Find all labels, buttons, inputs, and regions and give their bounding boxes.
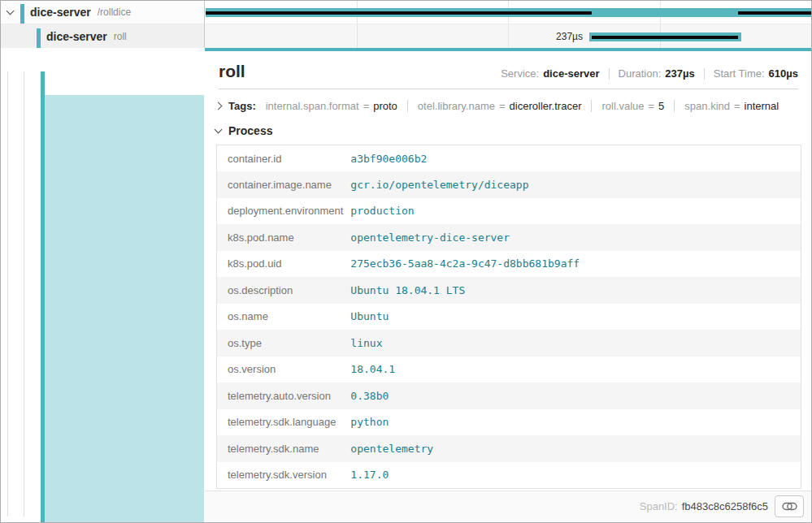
tag-item: otel.library.name = diceroller.tracer bbox=[407, 100, 582, 112]
service-name: dice-server bbox=[30, 6, 91, 19]
indent-guide bbox=[7, 71, 8, 517]
tag-item: internal.span.format = proto bbox=[266, 100, 397, 112]
start-time-label: Start Time: bbox=[714, 67, 765, 80]
process-kv-table: container.id a3bf90e006b2 container.imag… bbox=[216, 145, 801, 489]
table-row: telemetry.auto.version 0.38b0 bbox=[217, 383, 801, 409]
span-row-roll[interactable]: dice-server roll 237µs bbox=[1, 24, 811, 48]
process-value: 1.17.0 bbox=[348, 462, 801, 489]
critical-path-segment bbox=[738, 11, 811, 15]
process-key: os.name bbox=[217, 304, 349, 331]
span-row-label[interactable]: dice-server roll bbox=[1, 24, 205, 48]
table-row: k8s.pod.uid 275ecb36-5aa8-4c2a-9c47-d8bb… bbox=[217, 251, 801, 278]
span-title: roll bbox=[219, 62, 245, 81]
collapse-chevron-icon[interactable] bbox=[7, 7, 15, 15]
operation-name: /rolldice bbox=[98, 6, 131, 18]
service-label: Service: bbox=[501, 67, 539, 80]
tag-value: 5 bbox=[658, 100, 664, 112]
tags-label: Tags: bbox=[228, 100, 256, 112]
tag-equals: = bbox=[499, 100, 506, 112]
process-value: production bbox=[348, 198, 801, 225]
process-label: Process bbox=[228, 124, 272, 137]
tag-equals: = bbox=[734, 100, 740, 112]
start-time-value: 610µs bbox=[769, 67, 798, 80]
span-track: 237µs bbox=[205, 24, 811, 48]
duration-value: 237µs bbox=[665, 67, 694, 80]
process-key: os.description bbox=[217, 277, 349, 304]
process-value: opentelemetry-dice-server bbox=[348, 224, 801, 251]
table-row: telemetry.sdk.version 1.17.0 bbox=[217, 462, 801, 489]
grid-line bbox=[357, 24, 358, 48]
table-row: container.image.name gcr.io/opentelemetr… bbox=[217, 171, 801, 198]
process-key: os.type bbox=[217, 330, 349, 357]
process-accordion[interactable]: Process bbox=[215, 124, 798, 137]
process-key: telemetry.auto.version bbox=[217, 383, 349, 409]
process-value: 18.04.1 bbox=[348, 357, 801, 383]
process-value: gcr.io/opentelemetry/diceapp bbox=[348, 171, 801, 198]
tag-key: roll.value bbox=[601, 100, 644, 112]
process-key: deployment.environment bbox=[217, 198, 349, 225]
span-track bbox=[205, 1, 811, 24]
operation-name: roll bbox=[114, 31, 127, 42]
process-key: container.image.name bbox=[217, 171, 349, 198]
span-bar-rolldice[interactable] bbox=[206, 8, 811, 17]
process-value: linux bbox=[348, 330, 801, 357]
span-detail-footer: SpanID: fb483c8c6258f6c5 bbox=[205, 491, 811, 521]
service-color-bar bbox=[20, 4, 24, 24]
tag-value: internal bbox=[745, 100, 779, 112]
tag-equals: = bbox=[363, 100, 370, 112]
table-row: os.type linux bbox=[217, 330, 801, 357]
span-row-rolldice[interactable]: dice-server /rolldice bbox=[1, 1, 811, 24]
table-row: os.name Ubuntu bbox=[217, 304, 801, 331]
indent-guide bbox=[24, 71, 24, 517]
tags-accordion[interactable]: Tags: internal.span.format = proto otel.… bbox=[215, 100, 798, 112]
divider bbox=[219, 89, 798, 89]
tag-value: proto bbox=[373, 100, 397, 112]
table-row: telemetry.sdk.name opentelemetry bbox=[217, 435, 801, 462]
span-row-label[interactable]: dice-server /rolldice bbox=[1, 1, 205, 24]
process-value: Ubuntu 18.04.1 LTS bbox=[348, 277, 801, 304]
table-row: k8s.pod.name opentelemetry-dice-server bbox=[217, 224, 801, 251]
process-key: telemetry.sdk.name bbox=[217, 435, 349, 462]
divider bbox=[609, 68, 610, 80]
duration-label: Duration: bbox=[619, 67, 662, 80]
table-row: os.version 18.04.1 bbox=[217, 357, 801, 383]
link-icon bbox=[782, 501, 797, 512]
span-id-value: fb483c8c6258f6c5 bbox=[682, 500, 768, 512]
tag-key: span.kind bbox=[684, 100, 730, 112]
service-name: dice-server bbox=[46, 30, 107, 43]
tag-value: diceroller.tracer bbox=[510, 100, 582, 112]
tag-item: span.kind = internal bbox=[674, 100, 779, 112]
service-color-bar bbox=[37, 28, 41, 48]
span-bar-roll[interactable] bbox=[589, 32, 741, 41]
chevron-right-icon[interactable] bbox=[215, 102, 223, 110]
process-key: telemetry.sdk.version bbox=[217, 462, 349, 489]
process-key: container.id bbox=[217, 145, 349, 172]
trace-view: dice-server /rolldice dice-server roll 2… bbox=[0, 0, 812, 523]
tag-key: otel.library.name bbox=[418, 100, 495, 112]
table-row: os.description Ubuntu 18.04.1 LTS bbox=[217, 277, 801, 304]
process-value: 0.38b0 bbox=[348, 383, 801, 409]
span-duration-label: 237µs bbox=[497, 24, 583, 48]
span-meta: Service: dice-server Duration: 237µs Sta… bbox=[501, 67, 798, 80]
chevron-down-icon[interactable] bbox=[215, 126, 223, 134]
tag-item: roll.value = 5 bbox=[591, 100, 664, 112]
table-row: container.id a3bf90e006b2 bbox=[217, 145, 801, 172]
process-value: a3bf90e006b2 bbox=[348, 145, 801, 172]
process-key: telemetry.sdk.language bbox=[217, 409, 349, 436]
process-value: 275ecb36-5aa8-4c2a-9c47-d8bb681b9aff bbox=[348, 251, 801, 278]
span-detail-header: roll Service: dice-server Duration: 237µ… bbox=[219, 62, 798, 81]
divider bbox=[704, 68, 705, 80]
tag-key: internal.span.format bbox=[266, 100, 359, 112]
process-value: Ubuntu bbox=[348, 304, 801, 331]
selected-span-highlight[interactable] bbox=[45, 95, 204, 523]
table-row: deployment.environment production bbox=[217, 198, 801, 225]
process-key: os.version bbox=[217, 357, 349, 383]
table-row: telemetry.sdk.language python bbox=[217, 409, 801, 436]
span-id-label: SpanID: bbox=[640, 500, 678, 512]
process-value: python bbox=[348, 409, 801, 436]
critical-path-segment bbox=[206, 11, 592, 15]
tag-equals: = bbox=[649, 100, 655, 112]
deep-link-button[interactable] bbox=[775, 495, 804, 517]
span-tree-gutter bbox=[1, 48, 205, 521]
process-key: k8s.pod.uid bbox=[217, 251, 349, 278]
